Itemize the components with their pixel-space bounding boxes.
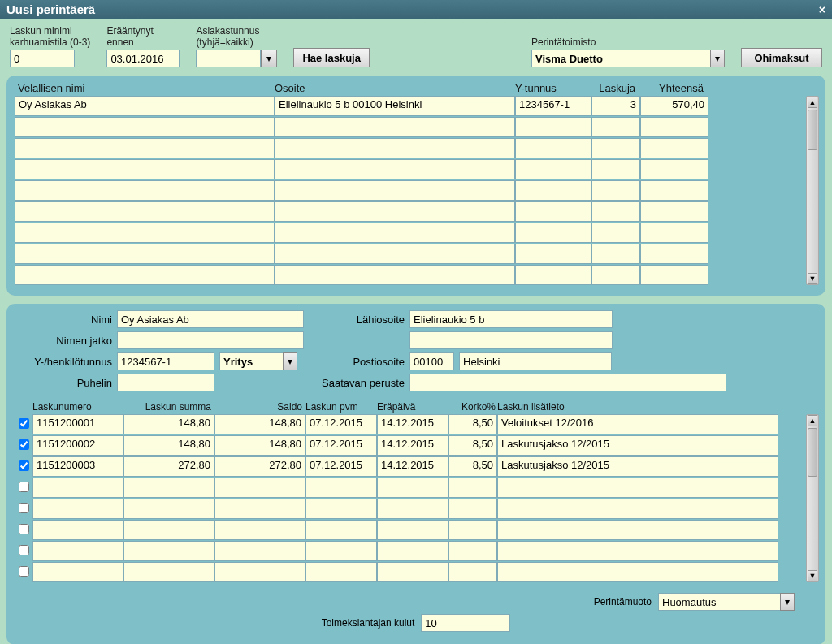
cell [377,562,448,582]
scroll-down-icon[interactable]: ▼ [808,273,817,284]
cell [15,138,275,158]
invoice-checkbox[interactable] [19,566,29,577]
cell [592,244,640,264]
cell [15,180,275,201]
puhelin-input[interactable] [117,374,214,391]
agency-select[interactable] [531,50,710,67]
cell: 570,40 [640,96,708,116]
cell [592,138,640,158]
cell [306,499,377,519]
cell [515,223,592,243]
zip-input[interactable] [410,352,454,370]
debtor-row [15,223,817,243]
cell [515,159,592,179]
cell [448,499,497,519]
cell [515,180,592,201]
cell [15,117,275,137]
invoice-row: 1151200003272,80272,8007.12.201514.12.20… [15,456,817,477]
cell: 07.12.2015 [306,435,377,456]
debtors-grid-header: Velallisen nimi Osoite Y-tunnus Laskuja … [15,82,817,94]
cell [592,180,640,201]
invoice-checkbox[interactable] [19,439,29,450]
scroll-up-icon[interactable]: ▲ [808,415,817,426]
cell [640,159,708,179]
cell: 14.12.2015 [377,456,448,477]
invoice-checkbox[interactable] [19,482,29,492]
cell [592,265,640,285]
invoices-grid-body: 1151200001148,80148,8007.12.201514.12.20… [15,414,817,582]
col-address: Osoite [275,82,515,94]
cell: Laskutusjakso 12/2015 [497,456,778,477]
cell [275,159,515,179]
cell: 1151200003 [32,456,124,477]
perintamuoto-select[interactable] [658,593,780,611]
cell [275,201,515,222]
cell [32,541,124,561]
cell [448,520,497,540]
scroll-thumb[interactable] [808,428,817,477]
perintamuoto-dropdown-icon[interactable]: ▾ [780,593,795,611]
invoice-checkbox[interactable] [19,545,29,555]
cell [306,478,377,498]
ohimaksut-button[interactable]: Ohimaksut [741,48,822,67]
debtor-row [15,265,817,285]
col-ytunnus: Y-tunnus [515,82,592,94]
close-icon[interactable]: × [819,3,826,16]
invoice-row [15,562,817,582]
scroll-up-icon[interactable]: ▲ [808,97,817,108]
col-saldo: Saldo [214,401,306,413]
kulut-input[interactable] [421,614,510,632]
fetch-invoices-button[interactable]: Hae laskuja [293,48,370,67]
cell: 148,80 [124,435,214,456]
col-extra-info: Laskun lisätieto [497,401,778,413]
invoice-checkbox[interactable] [19,418,29,429]
cell [448,478,497,498]
invoices-scrollbar[interactable]: ▲ ▼ [806,414,819,582]
cell [32,520,124,540]
nimi-input[interactable] [117,310,304,328]
debtor-row[interactable]: Oy Asiakas AbElielinaukio 5 b 00100 Hels… [15,96,817,116]
scroll-down-icon[interactable]: ▼ [808,570,817,581]
cell [515,138,592,158]
cell [640,223,708,243]
cell: 1151200002 [32,435,124,456]
invoice-row: 1151200001148,80148,8007.12.201514.12.20… [15,414,817,434]
customer-code-input[interactable] [196,50,261,67]
debtor-row [15,159,817,179]
cell: 148,80 [124,414,214,434]
cell: 148,80 [214,435,306,456]
perintamuoto-label: Perintämuoto [594,596,652,607]
lahiosoite-input[interactable] [410,310,613,328]
peruste-input[interactable] [410,374,726,391]
cell [275,138,515,158]
agency-dropdown-icon[interactable]: ▾ [710,50,725,67]
lahiosoite2-input[interactable] [410,331,613,349]
cell: Elielinaukio 5 b 00100 Helsinki [275,96,515,116]
title-bar: Uusi perintäerä × [0,0,832,19]
cell [124,478,214,498]
invoices-grid-header: Laskunumero Laskun summa Saldo Laskun pv… [15,401,817,413]
invoice-checkbox[interactable] [19,460,29,471]
scroll-thumb[interactable] [808,110,817,150]
debtors-panel: Velallisen nimi Osoite Y-tunnus Laskuja … [6,76,826,296]
cell [377,478,448,498]
invoice-checkbox[interactable] [19,524,29,534]
cell: 8,50 [448,435,497,456]
type-select[interactable] [219,352,283,370]
nimenjatko-input[interactable] [117,331,304,349]
due-date-input[interactable] [106,50,180,67]
minimi-input[interactable] [10,50,75,67]
cell [306,520,377,540]
minimi-label-2: karhuamistila (0-3) [10,37,90,48]
invoice-checkbox[interactable] [19,503,29,513]
cell: 3 [592,96,640,116]
customer-lookup-button[interactable]: ▾ [261,50,277,67]
ytunnus-input[interactable] [117,352,214,370]
type-dropdown-icon[interactable]: ▾ [283,352,297,370]
debtors-scrollbar[interactable]: ▲ ▼ [806,96,819,285]
col-due-date: Eräpäivä [377,401,448,413]
cust-label-2: (tyhjä=kaikki) [196,37,277,48]
col-invoice-count: Laskuja [592,82,640,94]
city-input[interactable] [459,352,612,370]
cell [124,520,214,540]
